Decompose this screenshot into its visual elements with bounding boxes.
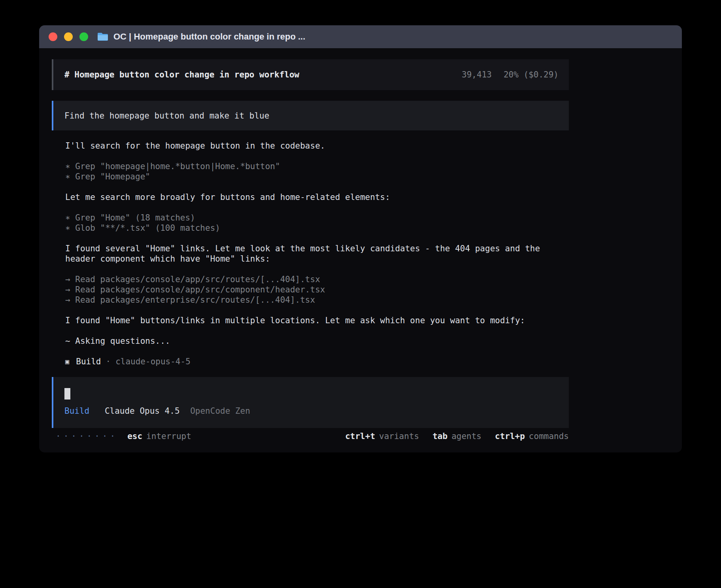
shortcut-agents: tabagents xyxy=(432,431,481,441)
esc-label: interrupt xyxy=(146,431,191,441)
prompt-input[interactable]: Build Claude Opus 4.5 OpenCode Zen xyxy=(52,377,569,428)
window-title: OC | Homepage button color change in rep… xyxy=(113,32,305,42)
shortcut-key: ctrl+p xyxy=(495,432,525,441)
close-button[interactable] xyxy=(49,32,57,41)
token-count: 39,413 xyxy=(462,70,492,80)
assistant-text: Let me search more broadly for buttons a… xyxy=(65,192,555,202)
tool-call-group: → Read packages/console/app/src/routes/[… xyxy=(65,274,682,305)
session-meta: 39,413 20% ($0.29) xyxy=(462,70,559,80)
session-header: # Homepage button color change in repo w… xyxy=(52,59,569,90)
status-bar-left: ········ esc interrupt xyxy=(52,431,191,441)
spinner-dots-icon: ········ xyxy=(56,431,118,441)
user-message: Find the homepage button and make it blu… xyxy=(52,101,569,130)
shortcut-label: variants xyxy=(379,432,419,441)
text-cursor xyxy=(64,388,70,400)
tool-call-grep: ∗ Grep "Home" (18 matches) xyxy=(65,213,682,223)
folder-icon xyxy=(97,32,109,41)
agent-status-row: ▣ Build · claude-opus-4-5 xyxy=(65,356,682,367)
input-provider-label: OpenCode Zen xyxy=(190,406,250,416)
tool-call-glob: ∗ Glob "**/*.tsx" (100 matches) xyxy=(65,223,682,233)
session-title: # Homepage button color change in repo w… xyxy=(64,70,299,80)
input-line[interactable] xyxy=(64,388,559,400)
shortcut-variants: ctrl+tvariants xyxy=(345,431,419,441)
separator-dot: · xyxy=(106,356,111,367)
tool-call-read: → Read packages/console/app/src/routes/[… xyxy=(65,274,682,285)
traffic-lights xyxy=(49,32,88,41)
shortcut-label: agents xyxy=(451,432,481,441)
agent-status-icon: ▣ xyxy=(65,356,69,367)
tool-call-read: → Read packages/enterprise/src/routes/[.… xyxy=(65,295,682,305)
maximize-button[interactable] xyxy=(79,32,88,41)
status-bar-shortcuts: ctrl+tvariants tabagents ctrl+pcommands xyxy=(345,431,569,441)
tool-call-read: → Read packages/console/app/src/componen… xyxy=(65,285,682,295)
terminal-window: OC | Homepage button color change in rep… xyxy=(39,25,682,452)
shortcut-key: ctrl+t xyxy=(345,432,375,441)
assistant-transcript: I'll search for the homepage button in t… xyxy=(52,141,682,367)
minimize-button[interactable] xyxy=(64,32,73,41)
assistant-text: I'll search for the homepage button in t… xyxy=(65,141,555,151)
assistant-text: I found several "Home" links. Let me loo… xyxy=(65,243,555,264)
status-bar: ········ esc interrupt ctrl+tvariants ta… xyxy=(52,431,569,441)
tool-call-group: ∗ Grep "homepage|home.*button|Home.*butt… xyxy=(65,161,682,182)
assistant-text: I found "Home" buttons/links in multiple… xyxy=(65,315,555,326)
assistant-status-text: ~ Asking questions... xyxy=(65,336,555,346)
shortcut-label: commands xyxy=(529,432,569,441)
input-status-row: Build Claude Opus 4.5 OpenCode Zen xyxy=(64,406,559,416)
tool-call-grep: ∗ Grep "Homepage" xyxy=(65,172,682,182)
tool-call-grep: ∗ Grep "homepage|home.*button|Home.*butt… xyxy=(65,161,682,172)
input-agent-label: Build xyxy=(64,406,89,416)
context-usage: 20% ($0.29) xyxy=(504,70,559,80)
esc-key: esc xyxy=(127,431,142,441)
input-model-label: Claude Opus 4.5 xyxy=(105,406,180,416)
window-titlebar[interactable]: OC | Homepage button color change in rep… xyxy=(39,25,682,48)
agent-name: Build xyxy=(76,356,101,367)
shortcut-commands: ctrl+pcommands xyxy=(495,431,569,441)
model-name: claude-opus-4-5 xyxy=(115,356,191,367)
shortcut-key: tab xyxy=(432,432,447,441)
tool-call-group: ∗ Grep "Home" (18 matches) ∗ Glob "**/*.… xyxy=(65,213,682,233)
terminal-content: # Homepage button color change in repo w… xyxy=(39,48,682,441)
user-message-text: Find the homepage button and make it blu… xyxy=(64,111,269,121)
